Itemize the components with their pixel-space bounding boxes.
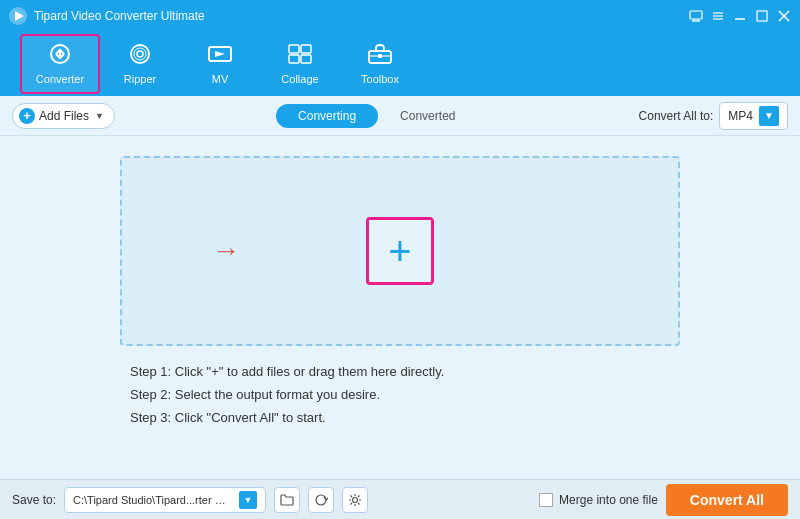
ripper-icon: [127, 43, 153, 71]
menu-icon[interactable]: [710, 8, 726, 24]
open-folder-button[interactable]: [274, 487, 300, 513]
nav-item-mv[interactable]: MV: [180, 34, 260, 94]
nav-bar: Converter Ripper MV: [0, 32, 800, 96]
nav-item-ripper[interactable]: Ripper: [100, 34, 180, 94]
selected-format: MP4: [728, 109, 753, 123]
svg-rect-22: [301, 55, 311, 63]
svg-point-26: [353, 497, 358, 502]
svg-rect-19: [289, 45, 299, 53]
add-files-label: Add Files: [39, 109, 89, 123]
save-path-text: C:\Tipard Studio\Tipard...rter Ultimate\…: [73, 494, 233, 506]
settings-button[interactable]: [342, 487, 368, 513]
add-files-dropdown-arrow: ▼: [95, 111, 104, 121]
path-dropdown-arrow-icon: ▼: [239, 491, 257, 509]
merge-label: Merge into one file: [559, 493, 658, 507]
title-bar: Tipard Video Converter Ultimate: [0, 0, 800, 32]
drag-arrow-icon: →: [212, 235, 240, 267]
save-path-select[interactable]: C:\Tipard Studio\Tipard...rter Ultimate\…: [64, 487, 266, 513]
close-icon[interactable]: [776, 8, 792, 24]
nav-item-toolbox[interactable]: Toolbox: [340, 34, 420, 94]
convert-all-button[interactable]: Convert All: [666, 484, 788, 516]
svg-rect-2: [690, 11, 702, 19]
toolbar: + Add Files ▼ Converting Converted Conve…: [0, 96, 800, 136]
sync-button[interactable]: [308, 487, 334, 513]
nav-label-ripper: Ripper: [124, 73, 156, 85]
monitor-icon[interactable]: [688, 8, 704, 24]
mv-icon: [207, 43, 233, 71]
step-1: Step 1: Click "+" to add files or drag t…: [130, 364, 670, 379]
app-logo: [8, 6, 28, 26]
svg-point-16: [137, 51, 143, 57]
collage-icon: [287, 43, 313, 71]
plus-icon: +: [388, 231, 411, 271]
step-2: Step 2: Select the output format you des…: [130, 387, 670, 402]
convert-all-to-container: Convert All to: MP4 ▼: [639, 102, 788, 130]
nav-label-collage: Collage: [281, 73, 318, 85]
svg-point-17: [134, 48, 146, 60]
toolbox-icon: [367, 43, 393, 71]
format-dropdown-arrow-icon: ▼: [759, 106, 779, 126]
minimize-icon[interactable]: [732, 8, 748, 24]
converter-icon: [47, 43, 73, 71]
app-title: Tipard Video Converter Ultimate: [34, 9, 688, 23]
svg-rect-10: [757, 11, 767, 21]
maximize-icon[interactable]: [754, 8, 770, 24]
nav-item-collage[interactable]: Collage: [260, 34, 340, 94]
step-3: Step 3: Click "Convert All" to start.: [130, 410, 670, 425]
tabs-container: Converting Converted: [115, 104, 639, 128]
bottom-bar: Save to: C:\Tipard Studio\Tipard...rter …: [0, 479, 800, 519]
convert-all-to-label: Convert All to:: [639, 109, 714, 123]
add-files-plus-icon: +: [19, 108, 35, 124]
format-select[interactable]: MP4 ▼: [719, 102, 788, 130]
main-content: → + Step 1: Click "+" to add files or dr…: [0, 136, 800, 479]
nav-label-toolbox: Toolbox: [361, 73, 399, 85]
svg-rect-21: [289, 55, 299, 63]
add-files-plus-box[interactable]: +: [366, 217, 434, 285]
tab-converting[interactable]: Converting: [276, 104, 378, 128]
merge-option: Merge into one file: [539, 493, 658, 507]
tab-converted[interactable]: Converted: [378, 104, 477, 128]
drop-zone[interactable]: → +: [120, 156, 680, 346]
save-to-label: Save to:: [12, 493, 56, 507]
title-controls: [688, 8, 792, 24]
nav-label-mv: MV: [212, 73, 229, 85]
merge-checkbox[interactable]: [539, 493, 553, 507]
svg-rect-20: [301, 45, 311, 53]
nav-item-converter[interactable]: Converter: [20, 34, 100, 94]
svg-rect-25: [378, 54, 382, 58]
nav-label-converter: Converter: [36, 73, 84, 85]
add-files-button[interactable]: + Add Files ▼: [12, 103, 115, 129]
steps-area: Step 1: Click "+" to add files or drag t…: [120, 364, 680, 433]
